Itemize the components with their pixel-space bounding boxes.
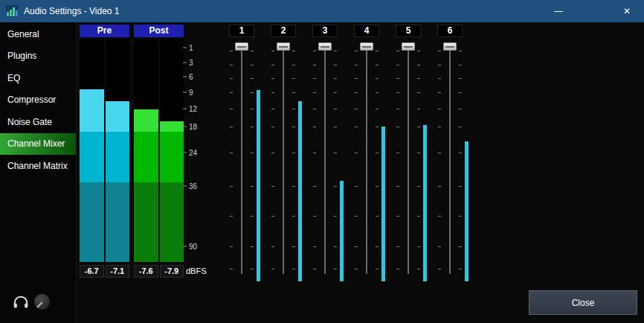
pre-meter-bar-left (80, 39, 104, 262)
fader-track[interactable] (283, 43, 284, 274)
pre-meter-header: Pre (80, 25, 129, 37)
fader-track[interactable] (324, 43, 326, 274)
fader-track[interactable] (366, 43, 367, 274)
channel-strip-label: 2 (271, 25, 296, 37)
headphone-volume-knob[interactable] (33, 293, 51, 310)
channel-strip-3: 3 (304, 25, 346, 281)
meter-mask (134, 39, 158, 109)
titlebar: Audio Settings - Video 1 — ✕ (0, 0, 644, 22)
sidebar-item-noise-gate[interactable]: Noise Gate (0, 111, 76, 133)
pre-meter (80, 39, 129, 262)
fader-tick (417, 216, 420, 217)
fader-tick (376, 186, 379, 187)
dbfs-label: dBFS (186, 265, 207, 278)
post-meter (134, 39, 184, 262)
meter-zone (134, 132, 158, 182)
window-controls: — ✕ (541, 0, 644, 22)
channel-level-meter (465, 43, 468, 281)
sidebar-item-plugins[interactable]: Plugins (0, 45, 76, 68)
fader-tick (459, 246, 462, 247)
fader-tick (230, 51, 233, 51)
fader-tick (271, 127, 274, 127)
channel-level-meter (423, 43, 427, 281)
scale-tick-line (183, 48, 187, 48)
fader-tick (355, 186, 358, 187)
fader-handle[interactable] (235, 42, 248, 51)
fader-handle[interactable] (277, 42, 290, 51)
fader-handle[interactable] (443, 42, 457, 51)
fader-tick (459, 65, 462, 65)
audio-settings-window: Audio Settings - Video 1 — ✕ General Plu… (0, 0, 644, 323)
meter-zone (106, 182, 130, 262)
close-button[interactable]: Close (529, 290, 637, 315)
fader-tick (271, 269, 274, 269)
fader-tick (396, 127, 399, 127)
fader-tick (313, 153, 316, 153)
scale-tick-line (183, 126, 187, 127)
fader-tick (271, 186, 274, 187)
fader-track[interactable] (449, 43, 451, 274)
fader-handle[interactable] (402, 42, 415, 51)
scale-mark: 9 (183, 89, 193, 97)
scale-mark: 3 (183, 59, 193, 67)
fader-tick (251, 216, 254, 217)
fader-tick (271, 92, 274, 93)
fader-tick (230, 269, 233, 269)
channel-level-fill (423, 125, 427, 281)
fader-tick (459, 186, 462, 187)
fader-tick (459, 216, 462, 217)
minimize-icon[interactable]: — (541, 0, 576, 22)
fader-tick (459, 92, 462, 93)
fader-tick (459, 109, 462, 109)
scale-tick-line (183, 186, 187, 187)
sidebar-item-general[interactable]: General (0, 23, 76, 45)
fader-tick (271, 65, 274, 65)
knob-indicator (36, 301, 42, 307)
fader-tick (459, 127, 462, 127)
fader-track[interactable] (241, 43, 242, 274)
channel-strip-label: 5 (396, 25, 421, 37)
fader-tick (292, 269, 295, 269)
fader-tick (355, 51, 358, 51)
fader-tick (417, 78, 420, 79)
fader-tick (292, 127, 295, 127)
fader-track[interactable] (408, 43, 409, 274)
fader-tick (376, 65, 379, 65)
close-icon[interactable]: ✕ (610, 0, 644, 22)
fader-tick (417, 92, 420, 93)
post-meter-bar-right (160, 39, 184, 262)
fader-tick (292, 216, 295, 217)
channel-level-fill (465, 141, 468, 281)
fader-tick (376, 153, 379, 153)
fader-tick (313, 78, 316, 79)
fader-tick (230, 65, 233, 65)
fader-tick (334, 186, 337, 187)
sidebar: General Plugins EQ Compressor Noise Gate… (0, 22, 77, 323)
sidebar-item-eq[interactable]: EQ (0, 67, 76, 89)
sidebar-item-channel-mixer[interactable]: Channel Mixer (0, 133, 76, 156)
fader-tick (459, 153, 462, 153)
fader-handle[interactable] (360, 42, 373, 51)
fader-tick (355, 269, 358, 269)
fader-tick (355, 246, 358, 247)
fader-tick (334, 246, 337, 247)
channel-strip-2: 2 (263, 25, 304, 281)
fader-tick (251, 92, 254, 93)
fader-tick (396, 109, 399, 109)
sidebar-item-channel-matrix[interactable]: Channel Matrix (0, 155, 76, 177)
fader-tick (230, 246, 233, 247)
scale-mark: 6 (183, 73, 193, 81)
channel-level-fill (257, 90, 260, 281)
channel-strip-label: 3 (312, 25, 338, 37)
fader-tick (376, 246, 379, 247)
meter-zone (106, 132, 130, 182)
fader-tick (376, 109, 379, 109)
fader-tick (417, 153, 420, 153)
sidebar-item-compressor[interactable]: Compressor (0, 89, 76, 112)
headphones-icon (13, 294, 29, 310)
fader-handle[interactable] (318, 42, 332, 51)
fader-tick (251, 269, 254, 269)
fader-tick (251, 186, 254, 187)
fader-tick (230, 92, 233, 93)
fader-tick (251, 65, 254, 65)
